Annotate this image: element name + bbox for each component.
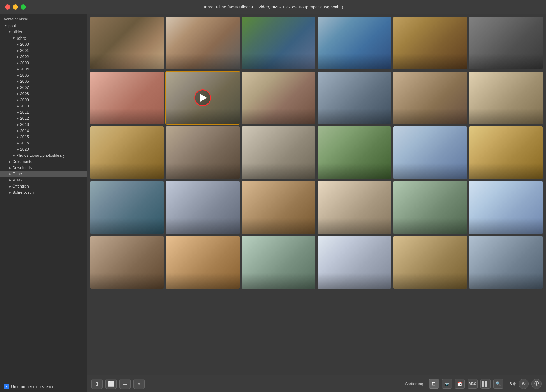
photo-cell-11[interactable] [393,72,467,124]
minimize-window-button[interactable] [13,4,18,10]
photo-image-15 [242,126,315,179]
photo-cell-6[interactable] [469,17,543,69]
sidebar-item-y2001[interactable]: ▶2001 [0,47,87,54]
photo-image-5 [393,17,467,69]
sidebar-item-y2015[interactable]: ▶2015 [0,134,87,140]
photo-cell-12[interactable] [469,72,543,124]
photo-detail-14 [166,126,239,179]
tree-arrow-y2008: ▶ [16,91,20,96]
photo-cell-1[interactable] [90,17,164,69]
sidebar-item-y2003[interactable]: ▶2003 [0,60,87,66]
sidebar-item-y2020[interactable]: ▶2020 [0,146,87,152]
sort-date-button[interactable]: 📷 [442,379,452,389]
video-play-icon-8 [200,94,207,102]
photo-cell-23[interactable] [393,181,467,234]
close-button[interactable]: ✕ [133,379,145,389]
sidebar-item-jahre[interactable]: ▶Jahre [0,35,87,41]
delete-button[interactable]: 🗑 [91,379,103,389]
sidebar-item-dokumente[interactable]: ▶Dokumente [0,158,87,165]
photo-detail-10 [318,72,391,124]
info-button[interactable]: ⓘ [531,379,542,389]
photo-image-1 [90,17,164,69]
sidebar-item-y2010[interactable]: ▶2010 [0,103,87,109]
photo-image-30 [469,236,543,289]
photo-image-22 [318,181,391,234]
photo-cell-8[interactable] [166,72,239,124]
sidebar-item-y2007[interactable]: ▶2007 [0,84,87,91]
bottom-toolbar: 🗑 ⬜ ▬ ✕ Sortierung: ⊞ 📷 📅 A [87,375,546,392]
sidebar-item-y2012[interactable]: ▶2012 [0,115,87,121]
tree-arrow-y2009: ▶ [16,98,20,102]
photo-cell-7[interactable] [90,72,164,124]
main-layout: Verzeichnisse ▶paul▶Bilder▶Jahre▶2000▶20… [0,14,546,392]
sidebar-item-y2011[interactable]: ▶2011 [0,109,87,115]
photo-cell-10[interactable] [318,72,391,124]
sidebar-item-musik[interactable]: ▶Musik [0,177,87,183]
info-icon: ⓘ [534,381,539,387]
photo-cell-17[interactable] [393,126,467,179]
sidebar-item-paul[interactable]: ▶paul [0,23,87,29]
photo-cell-16[interactable] [318,126,391,179]
photo-cell-30[interactable] [469,236,543,289]
sidebar-item-label-downloads: Downloads [12,165,87,170]
photo-cell-27[interactable] [242,236,315,289]
sidebar-item-filme[interactable]: ▶Filme [0,171,87,177]
include-subdirs-checkbox[interactable] [4,384,9,389]
sidebar-item-downloads[interactable]: ▶Downloads [0,165,87,171]
sidebar-item-label-y2015: 2015 [20,135,87,139]
sidebar-item-oeffentlich[interactable]: ▶Öffentlich [0,183,87,189]
photo-cell-19[interactable] [90,181,164,234]
sidebar-item-y2004[interactable]: ▶2004 [0,66,87,72]
photo-cell-13[interactable] [90,126,164,179]
sidebar-item-photos-lib[interactable]: ▶Photos Library.photoslibrary [0,152,87,158]
photo-cell-3[interactable] [242,17,315,69]
sidebar-item-y2008[interactable]: ▶2008 [0,91,87,97]
sort-bar-button[interactable]: ▌▌ [480,379,491,389]
maximize-window-button[interactable] [21,4,26,10]
refresh-button[interactable]: ↻ [519,379,529,389]
count-up-arrow[interactable] [513,382,516,384]
photo-cell-20[interactable] [166,181,239,234]
count-stepper[interactable] [513,382,516,386]
sidebar-item-schreibtisch[interactable]: ▶Schreibtisch [0,189,87,195]
display-button[interactable]: ▬ [119,379,131,389]
tree-arrow-y2004: ▶ [16,67,20,71]
sidebar-item-y2006[interactable]: ▶2006 [0,78,87,84]
sort-date2-button[interactable]: 📅 [455,379,465,389]
sidebar-item-y2009[interactable]: ▶2009 [0,97,87,103]
photo-cell-15[interactable] [242,126,315,179]
count-down-arrow[interactable] [513,384,516,386]
sort-abc-button[interactable]: ABC [468,379,478,389]
photo-cell-2[interactable] [166,17,239,69]
photo-cell-21[interactable] [242,181,315,234]
sort-grid-button[interactable]: ⊞ [429,379,439,389]
tree-arrow-y2013: ▶ [16,122,20,127]
photo-cell-29[interactable] [393,236,467,289]
sidebar-item-y2014[interactable]: ▶2014 [0,128,87,134]
photo-cell-9[interactable] [242,72,315,124]
calendar-sort-icon: 📷 [444,382,449,386]
photo-cell-14[interactable] [166,126,239,179]
photo-cell-5[interactable] [393,17,467,69]
sidebar-item-y2013[interactable]: ▶2013 [0,121,87,128]
photo-cell-22[interactable] [318,181,391,234]
photo-cell-24[interactable] [469,181,543,234]
sidebar-item-bilder[interactable]: ▶Bilder [0,29,87,35]
close-window-button[interactable] [5,4,10,10]
sidebar-item-y2016[interactable]: ▶2016 [0,140,87,146]
photo-cell-18[interactable] [469,126,543,179]
sidebar-item-y2002[interactable]: ▶2002 [0,54,87,60]
sidebar-item-y2005[interactable]: ▶2005 [0,72,87,78]
photo-cell-28[interactable] [318,236,391,289]
photo-cell-25[interactable] [90,236,164,289]
photo-cell-26[interactable] [166,236,239,289]
sidebar-item-label-y2006: 2006 [20,79,87,84]
sortierung-label: Sortierung: [405,382,424,386]
photo-cell-4[interactable] [318,17,391,69]
sidebar-item-label-y2007: 2007 [20,85,87,90]
sidebar-item-label-y2011: 2011 [20,110,87,114]
photo-detail-20 [166,181,239,234]
sidebar-item-y2000[interactable]: ▶2000 [0,41,87,47]
folder-button[interactable]: ⬜ [105,379,117,389]
search-button[interactable]: 🔍 [493,379,503,389]
